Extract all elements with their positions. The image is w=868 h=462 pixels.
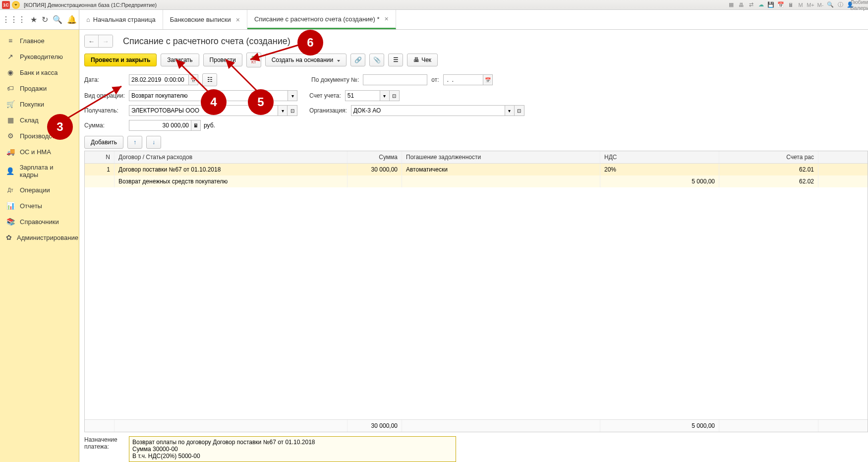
col-sum[interactable]: Сумма bbox=[347, 151, 402, 163]
col-vat[interactable]: НДС bbox=[600, 151, 719, 163]
print-icon[interactable]: 🖶 bbox=[737, 1, 745, 9]
m-button[interactable]: M bbox=[797, 1, 805, 9]
calendar-icon[interactable]: 📅 bbox=[188, 74, 198, 85]
cell-sum: 30 000,00 bbox=[347, 164, 402, 175]
table-row[interactable]: Возврат денежных средств покупателю 5 00… bbox=[85, 175, 868, 187]
account-input[interactable] bbox=[345, 90, 380, 101]
from-date-group: 📅 bbox=[443, 74, 493, 85]
footer-sum: 30 000,00 bbox=[347, 420, 402, 432]
sidebar-item-label: ОС и НМА bbox=[20, 148, 51, 156]
sidebar-item-label: Операции bbox=[20, 186, 50, 194]
date-input-group: 📅 bbox=[129, 74, 198, 85]
open-icon[interactable]: ⊡ bbox=[288, 105, 297, 116]
nav-arrows: ← → bbox=[84, 35, 113, 48]
create-based-button[interactable]: Создать на основании bbox=[265, 54, 347, 66]
tab-home[interactable]: ⌂ Начальная страница bbox=[79, 10, 163, 29]
open-icon[interactable]: ⊡ bbox=[515, 105, 524, 116]
person-icon: 👤 bbox=[6, 167, 15, 175]
sidebar-item-reports[interactable]: 📊Отчеты bbox=[0, 198, 79, 214]
chart-icon: ↗ bbox=[6, 53, 15, 60]
truck-icon: 🚚 bbox=[6, 148, 15, 156]
sidebar-item-label: Зарплата и кадры bbox=[20, 164, 73, 178]
forward-button[interactable]: → bbox=[99, 35, 113, 47]
cell-vat-sum: 5 000,00 bbox=[600, 175, 719, 187]
grid-footer: 30 000,00 5 000,00 bbox=[85, 419, 868, 432]
move-up-button[interactable]: ↑ bbox=[127, 136, 142, 149]
post-and-close-button[interactable]: Провести и закрыть bbox=[84, 54, 157, 66]
tab-bank[interactable]: Банковские выписки × bbox=[163, 10, 247, 29]
sidebar-item-label: Главное bbox=[20, 37, 45, 45]
chart-bar-icon: 📊 bbox=[6, 202, 15, 210]
search-icon[interactable]: 🔍 bbox=[826, 1, 834, 9]
warehouse-icon: ▦ bbox=[6, 116, 15, 124]
cell-pay bbox=[402, 175, 600, 187]
search-section-icon[interactable]: 🔍 bbox=[53, 15, 62, 24]
app-menu-dropdown[interactable] bbox=[12, 1, 20, 9]
col-pay[interactable]: Погашение задолженности bbox=[402, 151, 600, 163]
sidebar-item-assets[interactable]: 🚚ОС и НМА bbox=[0, 144, 79, 160]
table-row[interactable]: 1 Договор поставки №67 от 01.10.2018 30 … bbox=[85, 164, 868, 175]
chevron-down-icon[interactable]: ▾ bbox=[380, 90, 390, 101]
save-button[interactable]: Записать bbox=[161, 54, 199, 66]
add-row-button[interactable]: Добавить bbox=[84, 136, 123, 149]
date-input[interactable] bbox=[129, 74, 188, 85]
move-down-button[interactable]: ↓ bbox=[146, 136, 161, 149]
from-date-input[interactable] bbox=[443, 74, 483, 85]
apps-icon[interactable]: ⋮⋮⋮ bbox=[2, 15, 26, 24]
date-extra-button[interactable]: ☷ bbox=[202, 73, 217, 86]
from-label: от: bbox=[431, 76, 439, 83]
currency-label: руб. bbox=[204, 122, 215, 129]
open-icon[interactable]: ⊡ bbox=[390, 90, 400, 101]
sidebar-item-manager[interactable]: ↗Руководителю bbox=[0, 49, 79, 64]
col-acc[interactable]: Счета рас bbox=[719, 151, 818, 163]
m-minus-button[interactable]: M- bbox=[816, 1, 824, 9]
dtct-button[interactable]: ДтКт bbox=[246, 53, 261, 67]
m-plus-button[interactable]: M+ bbox=[807, 1, 814, 9]
back-button[interactable]: ← bbox=[85, 35, 99, 47]
doc-num-input[interactable] bbox=[363, 74, 427, 85]
page-head: ← → Списание с расчетного счета (создани… bbox=[84, 35, 868, 48]
sidebar-item-label: Покупки bbox=[20, 101, 44, 108]
check-button[interactable]: 🖶Чек bbox=[407, 54, 438, 66]
sidebar-item-main[interactable]: ≡Главное bbox=[0, 33, 79, 49]
sidebar-item-salary[interactable]: 👤Зарплата и кадры bbox=[0, 160, 79, 182]
grid-icon[interactable]: ▦ bbox=[727, 1, 735, 9]
col-contract[interactable]: Договор / Статья расходов bbox=[115, 151, 347, 163]
tab-current[interactable]: Списание с расчетного счета (создание) *… bbox=[247, 10, 396, 29]
sidebar-item-purchases[interactable]: 🛒Покупки bbox=[0, 96, 79, 112]
close-icon[interactable]: × bbox=[236, 16, 240, 24]
chevron-down-icon[interactable]: ▾ bbox=[288, 90, 297, 101]
calendar-icon[interactable]: 📅 bbox=[777, 1, 785, 9]
cloud-icon[interactable]: ☁ bbox=[757, 1, 765, 9]
sidebar-item-label: Руководителю bbox=[20, 53, 63, 60]
user-name[interactable]: Любимов Валерий bbox=[858, 1, 866, 9]
chevron-down-icon[interactable]: ▾ bbox=[278, 105, 288, 116]
sidebar-item-operations[interactable]: ДтОперации bbox=[0, 182, 79, 198]
save-icon[interactable]: 💾 bbox=[767, 1, 775, 9]
close-icon[interactable]: × bbox=[385, 15, 389, 23]
bell-icon[interactable]: 🔔 bbox=[67, 15, 77, 24]
list-button[interactable]: ☰ bbox=[388, 54, 403, 66]
favorite-icon[interactable]: ★ bbox=[30, 15, 37, 24]
post-button[interactable]: Провести bbox=[203, 54, 242, 66]
purpose-textarea[interactable]: Возврат оплаты по договору Договор поста… bbox=[129, 436, 456, 462]
org-input[interactable] bbox=[351, 105, 505, 116]
info-icon[interactable]: ⓘ bbox=[836, 1, 844, 9]
sum-input[interactable] bbox=[129, 120, 191, 131]
sidebar-item-catalogs[interactable]: 📚Справочники bbox=[0, 214, 79, 230]
sidebar-item-bank[interactable]: ◉Банк и касса bbox=[0, 64, 79, 80]
structure-button[interactable]: 🔗 bbox=[350, 54, 365, 66]
app-logo-icon: 1C bbox=[2, 1, 10, 9]
sidebar-item-admin[interactable]: ✿Администрирование bbox=[0, 230, 79, 245]
calculator-icon[interactable]: 🖩 bbox=[191, 120, 201, 131]
attach-button[interactable]: 📎 bbox=[369, 54, 384, 66]
compare-icon[interactable]: ⇄ bbox=[747, 1, 755, 9]
annotation-4: 4 bbox=[201, 89, 227, 115]
sidebar-item-label: Склад bbox=[20, 116, 39, 124]
col-n[interactable]: N bbox=[85, 151, 115, 163]
chevron-down-icon[interactable]: ▾ bbox=[505, 105, 515, 116]
sidebar-item-sales[interactable]: 🏷Продажи bbox=[0, 80, 79, 96]
calendar-icon[interactable]: 📅 bbox=[483, 74, 493, 85]
history-icon[interactable]: ↻ bbox=[42, 15, 48, 24]
calculator-icon[interactable]: 🖩 bbox=[787, 1, 795, 9]
